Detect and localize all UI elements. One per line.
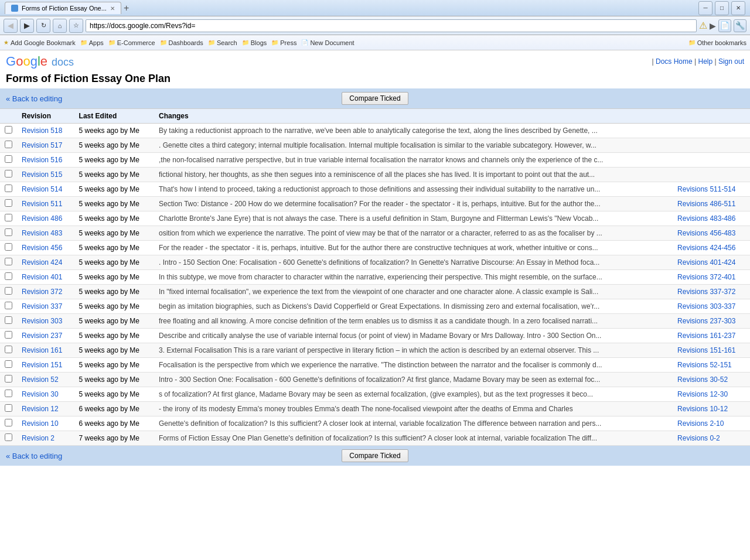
revision-link[interactable]: Revision 516: [22, 156, 62, 164]
revision-checkbox[interactable]: [5, 419, 12, 426]
revision-link[interactable]: Revision 10: [22, 419, 59, 428]
revision-link[interactable]: Revision 514: [22, 185, 62, 193]
bookmark-press[interactable]: 📁 Press: [271, 39, 296, 46]
revision-link[interactable]: Revision 515: [22, 170, 62, 179]
reload-button[interactable]: ↻: [36, 19, 50, 33]
compare-revisions-link[interactable]: Revisions 372-401: [677, 273, 735, 281]
edited-cell: 6 weeks ago by Me: [74, 416, 154, 431]
compare-revisions-link[interactable]: Revisions 511-514: [677, 185, 735, 193]
revision-checkbox[interactable]: [5, 258, 12, 265]
bookmark-other[interactable]: 📁 Other bookmarks: [688, 39, 746, 46]
maximize-button[interactable]: □: [715, 1, 729, 15]
revision-link[interactable]: Revision 483: [22, 229, 62, 237]
compare-revisions-link[interactable]: Revisions 161-237: [677, 332, 735, 340]
revision-link[interactable]: Revision 161: [22, 346, 62, 354]
browser-titlebar: Forms of Fiction Essay One... ✕ + ─ □ ✕: [0, 0, 750, 16]
revision-checkbox[interactable]: [5, 302, 12, 309]
compare-revisions-link[interactable]: Revisions 483-486: [677, 214, 735, 223]
tools-button[interactable]: 🔧: [734, 19, 746, 32]
compare-revisions-link[interactable]: Revisions 12-30: [677, 390, 728, 398]
compare-ticked-button-bottom[interactable]: Compare Ticked: [342, 449, 408, 462]
revision-link[interactable]: Revision 52: [22, 375, 59, 384]
revision-link[interactable]: Revision 456: [22, 244, 62, 252]
revision-checkbox[interactable]: [5, 126, 12, 134]
compare-revisions-link[interactable]: Revisions 456-483: [677, 229, 735, 237]
compare-revisions-link[interactable]: Revisions 337-372: [677, 288, 735, 296]
revision-link[interactable]: Revision 2: [22, 434, 54, 442]
minimize-button[interactable]: ─: [698, 1, 712, 15]
compare-revisions-link[interactable]: Revisions 424-456: [677, 244, 735, 252]
forward-button[interactable]: ▶: [20, 19, 34, 33]
revision-link[interactable]: Revision 303: [22, 317, 62, 325]
docs-home-link[interactable]: Docs Home: [656, 57, 693, 66]
compare-link-cell: Revisions 151-161: [673, 343, 750, 358]
compare-revisions-link[interactable]: Revisions 401-424: [677, 258, 735, 267]
bookmark-apps[interactable]: 📁 Apps: [80, 39, 104, 46]
compare-link-cell: [673, 153, 750, 168]
revision-link[interactable]: Revision 337: [22, 302, 62, 310]
bookmark-blogs[interactable]: 📁 Blogs: [242, 39, 267, 46]
revision-checkbox[interactable]: [5, 155, 12, 163]
revision-link[interactable]: Revision 30: [22, 390, 59, 398]
revision-checkbox[interactable]: [5, 375, 12, 383]
compare-revisions-link[interactable]: Revisions 0-2: [677, 434, 720, 442]
revision-link[interactable]: Revision 424: [22, 258, 62, 267]
compare-revisions-link[interactable]: Revisions 303-337: [677, 302, 735, 310]
compare-revisions-link[interactable]: Revisions 151-161: [677, 346, 735, 354]
revision-checkbox[interactable]: [5, 346, 12, 353]
revision-link[interactable]: Revision 511: [22, 200, 62, 208]
tab-close-button[interactable]: ✕: [110, 5, 115, 12]
compare-revisions-link[interactable]: Revisions 486-511: [677, 200, 735, 208]
help-link[interactable]: Help: [698, 57, 712, 66]
compare-revisions-link[interactable]: Revisions 237-303: [677, 317, 735, 325]
revision-checkbox[interactable]: [5, 243, 12, 251]
revision-checkbox[interactable]: [5, 272, 12, 280]
revision-checkbox[interactable]: [5, 433, 12, 441]
revision-checkbox[interactable]: [5, 228, 12, 236]
play-icon[interactable]: ▶: [710, 21, 716, 30]
revision-checkbox[interactable]: [5, 199, 12, 207]
compare-ticked-button-top[interactable]: Compare Ticked: [342, 92, 408, 105]
back-to-editing-link-top[interactable]: « Back to editing: [6, 94, 62, 103]
compare-revisions-link[interactable]: Revisions 2-10: [677, 419, 724, 428]
bookmark-search[interactable]: 📁 Search: [208, 39, 237, 46]
compare-revisions-link[interactable]: Revisions 10-12: [677, 405, 728, 413]
revision-checkbox[interactable]: [5, 360, 12, 368]
revision-checkbox[interactable]: [5, 404, 12, 412]
home-button[interactable]: ⌂: [53, 19, 67, 33]
revision-link[interactable]: Revision 151: [22, 361, 62, 369]
revision-checkbox[interactable]: [5, 287, 12, 295]
star-button[interactable]: ☆: [69, 19, 83, 33]
close-button[interactable]: ✕: [731, 1, 745, 15]
revision-link[interactable]: Revision 372: [22, 288, 62, 296]
back-button[interactable]: ◀: [4, 19, 18, 33]
revision-checkbox[interactable]: [5, 170, 12, 177]
revision-link[interactable]: Revision 12: [22, 405, 59, 413]
bookmark-new-doc[interactable]: 📄 New Document: [301, 39, 354, 46]
browser-tab[interactable]: Forms of Fiction Essay One... ✕: [5, 2, 121, 14]
folder-icon: 📁: [271, 39, 278, 46]
revision-checkbox[interactable]: [5, 390, 12, 397]
revision-link[interactable]: Revision 237: [22, 332, 62, 340]
back-to-editing-link-bottom[interactable]: « Back to editing: [6, 452, 62, 460]
revision-checkbox[interactable]: [5, 331, 12, 339]
bookmark-add[interactable]: ★ Add Google Bookmark: [4, 39, 76, 46]
compare-revisions-link[interactable]: Revisions 30-52: [677, 375, 728, 384]
bookmark-ecommerce[interactable]: 📁 E-Commerce: [108, 39, 155, 46]
row-checkbox-cell: [0, 255, 17, 270]
revision-link[interactable]: Revision 517: [22, 141, 62, 149]
address-bar[interactable]: [86, 19, 697, 32]
sign-out-link[interactable]: Sign out: [718, 57, 744, 66]
page-menu-button[interactable]: 📄: [718, 19, 731, 32]
revision-checkbox[interactable]: [5, 185, 12, 192]
revision-link[interactable]: Revision 518: [22, 127, 62, 135]
revision-link[interactable]: Revision 486: [22, 214, 62, 223]
folder-icon: 📁: [688, 39, 696, 46]
revision-link[interactable]: Revision 401: [22, 273, 62, 281]
revision-checkbox[interactable]: [5, 214, 12, 221]
revision-checkbox[interactable]: [5, 141, 12, 148]
compare-revisions-link[interactable]: Revisions 52-151: [677, 361, 732, 369]
bookmark-dashboards[interactable]: 📁 Dashboards: [160, 39, 203, 46]
revision-checkbox[interactable]: [5, 316, 12, 324]
new-tab-button[interactable]: +: [124, 3, 129, 13]
